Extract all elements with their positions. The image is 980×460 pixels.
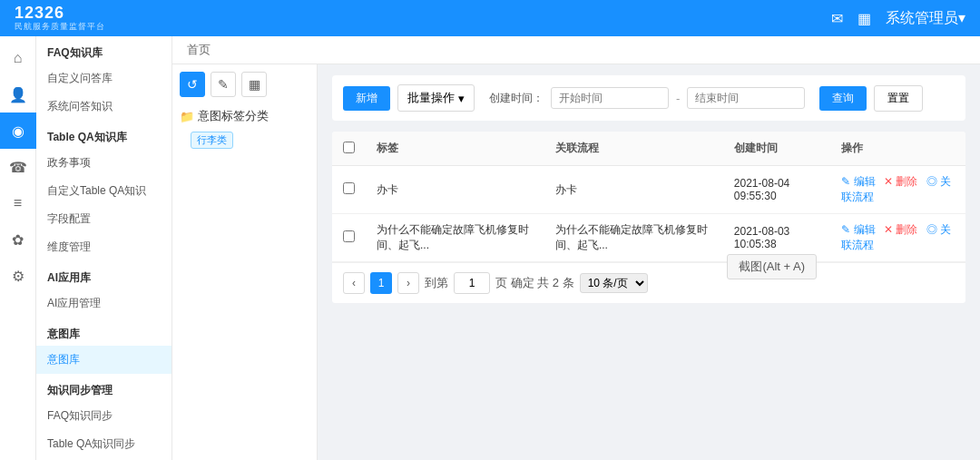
nav-section-intent: 意图库 xyxy=(36,318,172,346)
current-page: 1 xyxy=(370,272,392,294)
nav-section-faq: FAQ知识库 xyxy=(36,36,172,64)
icon-sidebar: ⌂ 👤 ◉ ☎ ≡ ✿ ⚙ xyxy=(0,36,36,460)
page-unit: 页 确定 共 2 条 xyxy=(495,275,574,291)
batch-label: 批量操作 xyxy=(407,90,455,106)
sidebar-icon-settings[interactable]: ⚙ xyxy=(0,258,36,294)
checkbox-col-header xyxy=(332,132,366,166)
table-wrapper: 标签 关联流程 创建时间 操作 办卡 办卡 2021-08-04 09:55:3… xyxy=(332,132,965,303)
next-page-button[interactable]: › xyxy=(397,272,419,294)
col-label: 标签 xyxy=(366,132,544,166)
row-label-1: 为什么不能确定故障飞机修复时间、起飞... xyxy=(366,214,544,262)
nav-item-custom-qa[interactable]: 自定义问答库 xyxy=(36,64,172,93)
screenshot-hint: 截图(Alt + A) xyxy=(727,254,817,279)
user-menu[interactable]: 系统管理员▾ xyxy=(886,9,965,28)
tree-folder-icon: 📁 xyxy=(180,110,194,123)
filter-bar: 新增 批量操作 ▾ 创建时间： - 查询 置置 xyxy=(332,75,965,121)
edit-link-1[interactable]: ✎ 编辑 xyxy=(841,223,875,236)
col-action: 操作 xyxy=(830,132,965,166)
col-flow: 关联流程 xyxy=(544,132,723,166)
tree-toolbar: ↺ ✎ ▦ xyxy=(172,72,317,104)
tree-panel: ↺ ✎ ▦ 📁 意图标签分类 行李类 xyxy=(172,64,318,460)
select-all-checkbox[interactable] xyxy=(343,142,355,153)
row-actions-0: ✎ 编辑 ✕ 删除 ◎ 关联流程 xyxy=(830,166,965,214)
row-checkbox-cell xyxy=(332,166,366,214)
row-checkbox-cell xyxy=(332,214,366,262)
row-actions-1: ✎ 编辑 ✕ 删除 ◎ 关联流程 xyxy=(830,214,965,262)
nav-item-custom-tableqa[interactable]: 自定义Table QA知识 xyxy=(36,177,172,205)
prev-page-button[interactable]: ‹ xyxy=(343,272,365,294)
tree-child-node[interactable]: 行李类 xyxy=(172,128,317,152)
mail-icon[interactable]: ✉ xyxy=(831,10,843,27)
nav-section-ai: AI应用库 xyxy=(36,261,172,289)
table-row: 办卡 办卡 2021-08-04 09:55:30 ✎ 编辑 ✕ 删除 ◎ 关联… xyxy=(332,166,965,214)
sidebar-icon-apps[interactable]: ✿ xyxy=(0,221,36,258)
batch-arrow-icon: ▾ xyxy=(458,92,465,105)
breadcrumb-home[interactable]: 首页 xyxy=(187,43,211,56)
nav-item-gov[interactable]: 政务事项 xyxy=(36,149,172,177)
row-checkbox-0[interactable] xyxy=(343,182,355,194)
nav-item-field-config[interactable]: 字段配置 xyxy=(36,205,172,233)
nav-section-sync: 知识同步管理 xyxy=(36,374,172,402)
start-time-input[interactable] xyxy=(551,87,669,109)
content-area: 首页 ↺ ✎ ▦ 📁 意图标签分类 行李类 xyxy=(172,36,980,460)
end-time-input[interactable] xyxy=(687,87,805,109)
nav-item-intent-lib[interactable]: 意图库 xyxy=(36,346,172,374)
right-panel: 新增 批量操作 ▾ 创建时间： - 查询 置置 xyxy=(318,64,980,460)
delete-link-1[interactable]: ✕ 删除 xyxy=(884,223,917,236)
header: 12326 民航服务质量监督平台 ✉ ▦ 系统管理员▾ xyxy=(0,0,980,36)
page-goto-input[interactable] xyxy=(454,272,490,294)
batch-button[interactable]: 批量操作 ▾ xyxy=(397,84,475,112)
header-right: ✉ ▦ 系统管理员▾ xyxy=(831,9,965,28)
grid-icon[interactable]: ▦ xyxy=(858,10,871,27)
table-header-row: 标签 关联流程 创建时间 操作 xyxy=(332,132,965,166)
sidebar-icon-phone[interactable]: ☎ xyxy=(0,149,36,185)
page-content: ↺ ✎ ▦ 📁 意图标签分类 行李类 新增 批量操作 xyxy=(172,64,980,460)
data-table: 标签 关联流程 创建时间 操作 办卡 办卡 2021-08-04 09:55:3… xyxy=(332,132,965,262)
tree-grid-button[interactable]: ▦ xyxy=(241,72,267,97)
query-button[interactable]: 查询 xyxy=(819,86,867,111)
time-separator: - xyxy=(676,92,680,105)
logo-subtitle: 民航服务质量监督平台 xyxy=(15,23,105,32)
nav-section-tableqa: Table QA知识库 xyxy=(36,121,172,149)
tree-root-node[interactable]: 📁 意图标签分类 xyxy=(172,104,317,128)
nav-item-tableqa-sync[interactable]: Table QA知识同步 xyxy=(36,430,172,458)
new-button[interactable]: 新增 xyxy=(343,86,390,111)
sidebar-icon-menu[interactable]: ≡ xyxy=(0,185,36,221)
nav-item-sys-qa[interactable]: 系统问答知识 xyxy=(36,93,172,121)
tree-refresh-button[interactable]: ↺ xyxy=(180,72,205,97)
edit-link-0[interactable]: ✎ 编辑 xyxy=(841,175,875,188)
left-nav: FAQ知识库 自定义问答库 系统问答知识 Table QA知识库 政务事项 自定… xyxy=(36,36,172,460)
screenshot-label: 截图(Alt + A) xyxy=(739,259,805,273)
table-row: 为什么不能确定故障飞机修复时间、起飞... 为什么不能确定故障飞机修复时间、起飞… xyxy=(332,214,965,262)
nav-item-dimension[interactable]: 维度管理 xyxy=(36,233,172,261)
logo-number: 12326 xyxy=(15,5,105,23)
reset-button[interactable]: 置置 xyxy=(874,85,923,112)
delete-link-0[interactable]: ✕ 删除 xyxy=(884,175,917,188)
logo: 12326 民航服务质量监督平台 xyxy=(15,5,105,32)
tree-root-label: 意图标签分类 xyxy=(198,108,269,124)
sidebar-icon-active[interactable]: ◉ xyxy=(0,113,36,149)
row-time-0: 2021-08-04 09:55:30 xyxy=(723,166,830,214)
breadcrumb: 首页 xyxy=(172,36,980,64)
create-time-label: 创建时间： xyxy=(489,91,544,106)
tree-child-label: 行李类 xyxy=(191,132,233,149)
sidebar-icon-home[interactable]: ⌂ xyxy=(0,40,36,76)
sidebar-icon-user[interactable]: 👤 xyxy=(0,76,36,113)
tree-edit-button[interactable]: ✎ xyxy=(211,72,236,97)
row-checkbox-1[interactable] xyxy=(343,230,355,242)
page-goto-label: 到第 xyxy=(425,275,448,291)
nav-item-ai-manage[interactable]: AI应用管理 xyxy=(36,289,172,318)
row-flow-0: 办卡 xyxy=(544,166,723,214)
row-flow-1: 为什么不能确定故障飞机修复时间、起飞... xyxy=(544,214,723,262)
nav-item-faq-sync[interactable]: FAQ知识同步 xyxy=(36,402,172,430)
col-create-time: 创建时间 xyxy=(723,132,830,166)
main-layout: ⌂ 👤 ◉ ☎ ≡ ✿ ⚙ FAQ知识库 自定义问答库 系统问答知识 Table… xyxy=(0,36,980,460)
page-size-select[interactable]: 10 条/页 20 条/页 50 条/页 xyxy=(580,273,648,293)
row-label-0: 办卡 xyxy=(366,166,544,214)
pagination: ‹ 1 › 到第 页 确定 共 2 条 10 条/页 20 条/页 50 条/页 xyxy=(332,262,965,303)
